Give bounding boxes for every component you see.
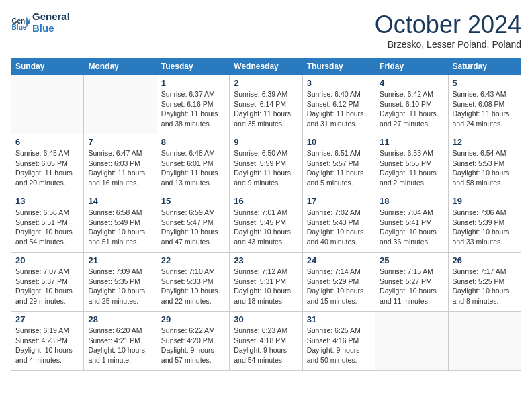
day-info: Sunrise: 6:59 AM Sunset: 5:47 PM Dayligh… (161, 208, 225, 247)
svg-text:Blue: Blue (12, 24, 27, 31)
calendar-cell: 10Sunrise: 6:51 AM Sunset: 5:57 PM Dayli… (302, 134, 375, 193)
calendar-table: SundayMondayTuesdayWednesdayThursdayFrid… (11, 58, 521, 371)
calendar-cell: 26Sunrise: 7:17 AM Sunset: 5:25 PM Dayli… (448, 253, 521, 312)
month-title: October 2024 (375, 11, 521, 39)
day-info: Sunrise: 6:58 AM Sunset: 5:49 PM Dayligh… (88, 208, 152, 247)
day-info: Sunrise: 6:56 AM Sunset: 5:51 PM Dayligh… (15, 208, 79, 247)
day-number: 31 (307, 314, 371, 324)
day-info: Sunrise: 7:07 AM Sunset: 5:37 PM Dayligh… (15, 267, 79, 306)
day-info: Sunrise: 6:40 AM Sunset: 6:12 PM Dayligh… (307, 89, 371, 129)
day-number: 20 (15, 255, 79, 265)
calendar-week-5: 27Sunrise: 6:19 AM Sunset: 4:23 PM Dayli… (11, 312, 521, 371)
day-number: 10 (307, 137, 371, 147)
calendar-cell: 14Sunrise: 6:58 AM Sunset: 5:49 PM Dayli… (84, 193, 157, 253)
calendar-cell: 1Sunrise: 6:37 AM Sunset: 6:16 PM Daylig… (157, 75, 229, 134)
calendar-cell: 27Sunrise: 6:19 AM Sunset: 4:23 PM Dayli… (11, 312, 84, 371)
day-of-week-wednesday: Wednesday (230, 58, 302, 75)
day-info: Sunrise: 6:37 AM Sunset: 6:16 PM Dayligh… (161, 89, 225, 129)
day-number: 13 (15, 196, 79, 206)
day-info: Sunrise: 6:22 AM Sunset: 4:20 PM Dayligh… (161, 326, 225, 365)
day-info: Sunrise: 6:20 AM Sunset: 4:21 PM Dayligh… (88, 326, 152, 365)
calendar-cell: 16Sunrise: 7:01 AM Sunset: 5:45 PM Dayli… (230, 193, 302, 253)
calendar-cell: 11Sunrise: 6:53 AM Sunset: 5:55 PM Dayli… (375, 134, 448, 193)
day-number: 22 (161, 255, 225, 265)
day-number: 7 (88, 137, 152, 147)
day-info: Sunrise: 6:25 AM Sunset: 4:16 PM Dayligh… (307, 326, 371, 365)
day-of-week-sunday: Sunday (11, 58, 84, 75)
calendar-cell: 31Sunrise: 6:25 AM Sunset: 4:16 PM Dayli… (302, 312, 375, 371)
day-info: Sunrise: 7:12 AM Sunset: 5:31 PM Dayligh… (234, 267, 298, 306)
day-number: 19 (453, 196, 517, 206)
calendar-week-3: 13Sunrise: 6:56 AM Sunset: 5:51 PM Dayli… (11, 193, 521, 253)
calendar-cell: 19Sunrise: 7:06 AM Sunset: 5:39 PM Dayli… (448, 193, 521, 253)
day-number: 25 (380, 255, 443, 265)
title-block: October 2024 Brzesko, Lesser Poland, Pol… (375, 11, 521, 50)
calendar-cell: 8Sunrise: 6:48 AM Sunset: 6:01 PM Daylig… (157, 134, 229, 193)
calendar-cell: 29Sunrise: 6:22 AM Sunset: 4:20 PM Dayli… (157, 312, 229, 371)
logo-blue: Blue (32, 22, 70, 34)
day-number: 8 (161, 137, 225, 147)
day-number: 5 (453, 78, 517, 88)
day-of-week-saturday: Saturday (448, 58, 521, 75)
day-of-week-thursday: Thursday (302, 58, 375, 75)
day-info: Sunrise: 7:15 AM Sunset: 5:27 PM Dayligh… (380, 267, 443, 306)
calendar-cell (11, 75, 84, 134)
calendar-cell: 17Sunrise: 7:02 AM Sunset: 5:43 PM Dayli… (302, 193, 375, 253)
day-info: Sunrise: 7:17 AM Sunset: 5:25 PM Dayligh… (453, 267, 517, 306)
day-info: Sunrise: 7:09 AM Sunset: 5:35 PM Dayligh… (88, 267, 152, 306)
logo: General Blue General Blue (11, 11, 70, 34)
logo-icon: General Blue (11, 13, 30, 32)
day-info: Sunrise: 7:14 AM Sunset: 5:29 PM Dayligh… (307, 267, 371, 306)
calendar-week-2: 6Sunrise: 6:45 AM Sunset: 6:05 PM Daylig… (11, 134, 521, 193)
day-number: 3 (307, 78, 371, 88)
day-number: 6 (15, 137, 79, 147)
logo-general: General (32, 11, 70, 22)
calendar-week-1: 1Sunrise: 6:37 AM Sunset: 6:16 PM Daylig… (11, 75, 521, 134)
day-info: Sunrise: 6:43 AM Sunset: 6:08 PM Dayligh… (453, 89, 517, 129)
day-info: Sunrise: 6:45 AM Sunset: 6:05 PM Dayligh… (15, 148, 79, 188)
day-number: 17 (307, 196, 371, 206)
day-info: Sunrise: 6:51 AM Sunset: 5:57 PM Dayligh… (307, 148, 371, 188)
day-number: 28 (88, 314, 152, 324)
day-number: 16 (234, 196, 298, 206)
day-info: Sunrise: 6:19 AM Sunset: 4:23 PM Dayligh… (15, 326, 79, 365)
calendar-cell (84, 75, 157, 134)
day-of-week-friday: Friday (375, 58, 448, 75)
day-of-week-tuesday: Tuesday (157, 58, 229, 75)
calendar-cell: 25Sunrise: 7:15 AM Sunset: 5:27 PM Dayli… (375, 253, 448, 312)
day-info: Sunrise: 6:54 AM Sunset: 5:53 PM Dayligh… (453, 148, 517, 188)
day-number: 23 (234, 255, 298, 265)
day-info: Sunrise: 6:42 AM Sunset: 6:10 PM Dayligh… (380, 89, 443, 129)
day-number: 27 (15, 314, 79, 324)
calendar-cell: 15Sunrise: 6:59 AM Sunset: 5:47 PM Dayli… (157, 193, 229, 253)
calendar-cell: 7Sunrise: 6:47 AM Sunset: 6:03 PM Daylig… (84, 134, 157, 193)
day-number: 29 (161, 314, 225, 324)
calendar-cell: 9Sunrise: 6:50 AM Sunset: 5:59 PM Daylig… (230, 134, 302, 193)
day-info: Sunrise: 6:47 AM Sunset: 6:03 PM Dayligh… (88, 148, 152, 188)
calendar-cell (448, 312, 521, 371)
day-number: 15 (161, 196, 225, 206)
calendar-cell (375, 312, 448, 371)
day-info: Sunrise: 6:39 AM Sunset: 6:14 PM Dayligh… (234, 89, 298, 129)
calendar-cell: 2Sunrise: 6:39 AM Sunset: 6:14 PM Daylig… (230, 75, 302, 134)
calendar-cell: 30Sunrise: 6:23 AM Sunset: 4:18 PM Dayli… (230, 312, 302, 371)
page-header: General Blue General Blue October 2024 B… (11, 11, 521, 50)
day-number: 4 (380, 78, 443, 88)
day-number: 24 (307, 255, 371, 265)
day-number: 1 (161, 78, 225, 88)
calendar-cell: 3Sunrise: 6:40 AM Sunset: 6:12 PM Daylig… (302, 75, 375, 134)
day-info: Sunrise: 6:50 AM Sunset: 5:59 PM Dayligh… (234, 148, 298, 188)
day-info: Sunrise: 6:23 AM Sunset: 4:18 PM Dayligh… (234, 326, 298, 365)
day-of-week-monday: Monday (84, 58, 157, 75)
calendar-cell: 4Sunrise: 6:42 AM Sunset: 6:10 PM Daylig… (375, 75, 448, 134)
day-info: Sunrise: 7:02 AM Sunset: 5:43 PM Dayligh… (307, 208, 371, 247)
day-number: 18 (380, 196, 443, 206)
day-number: 21 (88, 255, 152, 265)
calendar-cell: 20Sunrise: 7:07 AM Sunset: 5:37 PM Dayli… (11, 253, 84, 312)
calendar-cell: 18Sunrise: 7:04 AM Sunset: 5:41 PM Dayli… (375, 193, 448, 253)
day-number: 11 (380, 137, 443, 147)
calendar-cell: 6Sunrise: 6:45 AM Sunset: 6:05 PM Daylig… (11, 134, 84, 193)
day-info: Sunrise: 7:01 AM Sunset: 5:45 PM Dayligh… (234, 208, 298, 247)
calendar-cell: 21Sunrise: 7:09 AM Sunset: 5:35 PM Dayli… (84, 253, 157, 312)
calendar-cell: 23Sunrise: 7:12 AM Sunset: 5:31 PM Dayli… (230, 253, 302, 312)
